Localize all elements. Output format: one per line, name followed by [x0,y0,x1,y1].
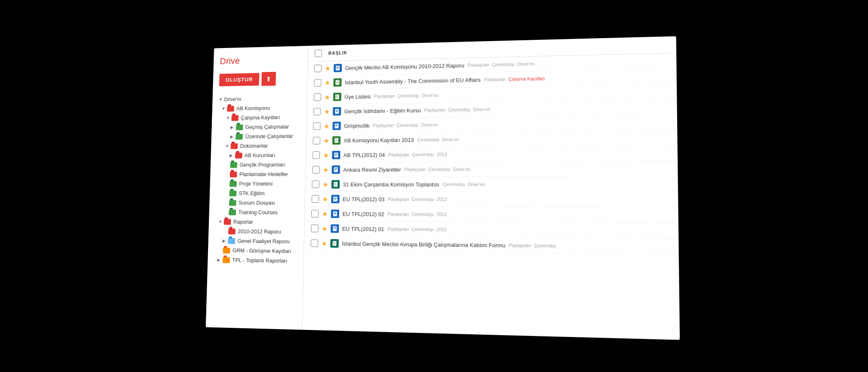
file-name: AB TPL(2012) 04 [344,152,385,158]
file-type-icon [333,107,341,116]
sidebar-item-calisma-kayitlari[interactable]: ▼ Çalışma Kayıtları [212,112,307,123]
table-row[interactable]: ★ EU TPL(2012) 02 PaylaşılanÇevrimdışı20… [304,207,678,224]
file-checkbox[interactable] [314,65,322,72]
file-meta: PaylaşılanÇevrimdışı2012 [388,211,449,217]
star-icon[interactable]: ★ [322,225,328,233]
file-meta-shared: Paylaşılan [404,167,426,172]
file-meta-offline: Çevrimdışı [417,137,440,142]
file-meta-offline: Çevrimdışı [448,107,470,113]
sidebar-item-label: Proje Yönetimi [239,180,273,187]
file-meta-year: 2012 [437,152,447,157]
file-checkbox[interactable] [312,166,319,174]
file-meta-drive: Drive'ım [442,137,459,142]
select-all-checkbox[interactable] [315,50,322,57]
sidebar-item-tpl-toplanti-raporlari[interactable]: ▶ TPL - Toplantı Raporları [208,255,304,266]
file-meta-offline: Çevrimdışı [492,62,515,67]
file-checkbox[interactable] [310,239,318,247]
star-icon[interactable]: ★ [323,137,329,145]
folder-icon-red [230,171,237,177]
file-checkbox[interactable] [313,137,320,144]
arrow-icon: ▼ [222,106,226,111]
star-icon[interactable]: ★ [322,180,329,189]
sidebar-item-grm-gorusme-kayitlari[interactable]: ▶ GRM - Görüşme Kayıtları [208,246,304,256]
table-row[interactable]: ★ 31 Ekim Çarşamba Komisyon Toplantısı Ç… [305,177,678,192]
create-btn-row: OLUŞTUR ⬆ [219,71,301,87]
sidebar-item-planlamalar-hedefler[interactable]: ▶ Planlamalar-Hedefler [210,169,305,179]
star-icon[interactable]: ★ [323,151,329,159]
table-row[interactable]: ★ AB Komisyonu Kayıtları 2013 Çevrimdışı… [306,130,678,148]
sidebar-item-training-courses[interactable]: ▶ Training Courses [209,207,304,217]
sidebar-item-proje-yonetimi[interactable]: ▶ Proje Yönetimi [210,179,305,188]
file-meta-shared: Paylaşılan [373,123,394,128]
file-meta-offline: Çevrimdışı [396,123,418,128]
sidebar-item-label: STK Eğitim [239,190,265,197]
star-icon[interactable]: ★ [324,108,330,116]
svg-rect-5 [335,94,339,99]
sidebar-item-label: GRM - Görüşme Kayıtları [232,247,291,254]
star-icon[interactable]: ★ [321,239,327,247]
svg-rect-37 [333,211,337,216]
file-meta: PaylaşılanÇevrimdışıDrive'ım [373,122,440,128]
star-icon[interactable]: ★ [322,195,328,203]
sidebar-item-label: TPL - Toplantı Raporları [232,257,287,264]
folder-icon-green [230,162,237,168]
sidebar-item-dokumanlar[interactable]: ▼ Dokümanlar [211,141,306,151]
sidebar-item-sunum-dosyasi[interactable]: ▶ Sunum Dosyası [209,198,305,208]
table-row[interactable]: ★ AB TPL(2012) 04 PaylaşılanÇevrimdışı20… [306,146,678,163]
file-checkbox[interactable] [313,151,320,159]
file-checkbox[interactable] [312,180,319,188]
sidebar-item-gecmis-calismalar[interactable]: ▶ Geçmiş Çalışmalar [211,122,306,132]
create-button[interactable]: OLUŞTUR [219,73,259,86]
file-meta: PaylaşılanÇevrimdışı2012 [388,152,449,157]
file-name: Girişimcilik [344,123,370,129]
file-meta-offline: Çevrimdışı [428,167,451,172]
svg-rect-17 [335,138,339,143]
file-meta-year: 2012 [437,212,447,217]
file-checkbox[interactable] [313,93,321,101]
sidebar-item-label: Geçmiş Çalışmalar [245,123,289,130]
star-icon[interactable]: ★ [324,122,330,130]
svg-rect-21 [334,153,338,158]
folder-icon-red [235,153,242,158]
star-icon[interactable]: ★ [324,93,330,101]
file-meta-year: 2012 [436,227,447,232]
file-meta-offline: Çevrimdışı [412,197,434,202]
sidebar-item-genel-faaliyet-raporu[interactable]: ▶ Genel Faaliyet Raporu [208,236,304,246]
sidebar-item-2010-2012-raporu[interactable]: ▶ 2010-2012 Raporu [208,226,304,237]
star-icon[interactable]: ★ [323,166,329,174]
sidebar-item-genclik-programlari[interactable]: ▶ Gençlik Programları [211,160,306,170]
svg-rect-9 [335,109,339,114]
file-name: 31 Ekim Çarşamba Komisyon Toplantısı [343,181,440,188]
sidebar: Drive OLUŞTUR ⬆ ▼ Drive'm ▼ AB Komisyonu [206,46,308,330]
sidebar-item-stk-egitim[interactable]: ▶ STK Eğitim [210,189,305,198]
sidebar-item-ab-kurumlari[interactable]: ▶ AB Kurumları [211,150,306,160]
table-row[interactable]: ★ Ankara Resmi Ziyaretler PaylaşılanÇevr… [306,161,678,177]
svg-rect-29 [334,182,338,187]
file-type-icon [333,78,341,87]
star-icon[interactable]: ★ [322,210,328,218]
file-checkbox[interactable] [314,79,321,87]
sidebar-item-uzerinde-calisilanlat[interactable]: ▶ Üzerinde Çalışılanlar [211,131,306,141]
table-row[interactable]: ★ İstanbul Gençlik Meclisi Avrupa Birliğ… [304,236,679,255]
file-meta-drive: Drive'ım [453,167,470,172]
sidebar-item-ab-komisyonu[interactable]: ▼ AB Komisyonu [212,103,307,114]
file-checkbox[interactable] [311,210,319,218]
sidebar-item-raporlar[interactable]: ▼ Raporlar [209,217,304,227]
file-meta: ÇevrimdışıDrive'ım [417,137,461,142]
file-checkbox[interactable] [313,122,320,130]
file-name: Istanbul Youth Assembly - The Commission… [345,77,481,86]
upload-button[interactable]: ⬆ [261,72,276,86]
file-meta-link[interactable]: Çalışma Kayıtları [509,76,545,82]
folder-icon-red [231,143,238,149]
svg-rect-41 [333,226,337,231]
table-row[interactable]: ★ EU TPL(2012) 03 PaylaşılanÇevrimdışı20… [305,192,678,208]
star-icon[interactable]: ★ [325,64,331,72]
arrow-icon: ▼ [225,144,230,148]
star-icon[interactable]: ★ [325,79,331,87]
file-type-icon [332,180,340,189]
file-checkbox[interactable] [312,195,319,203]
file-name: EU TPL(2012) 02 [342,211,384,217]
file-checkbox[interactable] [311,225,318,232]
arrow-icon: ▼ [218,219,223,224]
file-checkbox[interactable] [313,108,321,116]
